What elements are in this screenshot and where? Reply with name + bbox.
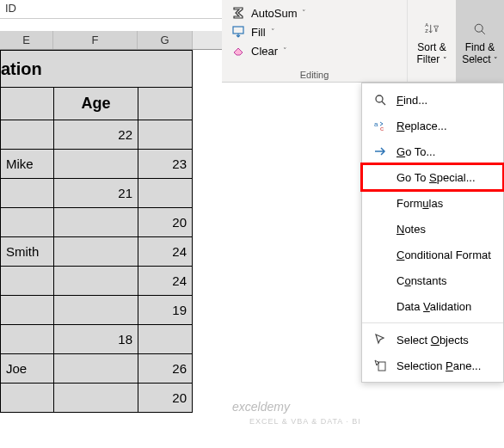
table-row: 20: [0, 208, 193, 237]
cell[interactable]: [138, 120, 193, 150]
menu-label: Formulas: [396, 197, 443, 210]
sigma-icon: [230, 5, 246, 21]
menu-goto-special[interactable]: Go To Special...: [362, 164, 503, 190]
cell[interactable]: 20: [138, 384, 193, 413]
autosum-button[interactable]: AutoSum ˅: [227, 3, 402, 22]
blank-icon: [372, 221, 388, 236]
menu-find[interactable]: Find...: [362, 87, 503, 113]
cell[interactable]: [53, 237, 138, 267]
cell[interactable]: [0, 208, 53, 237]
cell[interactable]: [53, 267, 138, 296]
fill-label: Fill: [251, 26, 266, 39]
cell[interactable]: Mike: [0, 150, 53, 179]
fill-down-icon: [230, 24, 246, 40]
column-headers: E F G: [0, 31, 222, 50]
worksheet-selection[interactable]: ation Age 22Mike232120Smith24241918Joe26…: [0, 50, 193, 413]
watermark: exceldemy: [232, 400, 290, 414]
eraser-icon: [230, 43, 246, 58]
cell[interactable]: [53, 150, 138, 179]
cell[interactable]: 22: [53, 120, 138, 150]
cell[interactable]: [0, 120, 53, 150]
cell[interactable]: [0, 296, 53, 325]
table-header-row: Age: [0, 88, 193, 120]
svg-text:Z: Z: [425, 28, 428, 33]
cell[interactable]: Smith: [0, 237, 53, 267]
find-select-button[interactable]: Find & Select ˅: [456, 0, 504, 82]
table-row: 22: [0, 120, 193, 150]
cell[interactable]: 20: [138, 208, 193, 237]
editing-commands: AutoSum ˅ Fill ˅ Clear ˅ Editing: [222, 0, 408, 82]
table-row: 24: [0, 267, 193, 296]
sort-filter-label-1: Sort &: [417, 41, 446, 53]
cell[interactable]: 21: [53, 179, 138, 208]
menu-data-validation[interactable]: Data Validation: [362, 293, 503, 319]
cell[interactable]: 19: [138, 296, 193, 325]
clear-button[interactable]: Clear ˅: [227, 41, 402, 60]
table-row: Joe26: [0, 354, 193, 384]
menu-replace[interactable]: ac Replace...: [362, 113, 503, 138]
chevron-down-icon: ˅: [283, 46, 287, 55]
menu-label: Find...: [396, 94, 427, 107]
watermark-sub: EXCEL & VBA & DATA · BI: [249, 417, 361, 426]
menu-label: Go To...: [396, 145, 435, 158]
menu-label: Data Validation: [396, 300, 471, 313]
menu-formulas[interactable]: Formulas: [362, 190, 503, 216]
magnifier-icon: [472, 17, 488, 41]
menu-constants[interactable]: Constants: [362, 267, 503, 293]
cell[interactable]: [138, 325, 193, 354]
table-row: 21: [0, 179, 193, 208]
header-cell-age[interactable]: Age: [53, 88, 138, 120]
cell[interactable]: [53, 296, 138, 325]
cell[interactable]: [138, 179, 193, 208]
sort-filter-icon: AZ: [424, 17, 439, 41]
chevron-down-icon: ˅: [271, 28, 275, 36]
svg-text:a: a: [374, 120, 378, 128]
magnifier-icon: [372, 92, 388, 107]
formula-bar[interactable]: ID: [0, 0, 222, 19]
menu-label: Replace...: [396, 120, 447, 132]
cell[interactable]: [0, 384, 53, 413]
header-cell[interactable]: [138, 88, 193, 120]
chevron-down-icon: ˅: [302, 9, 306, 17]
cell[interactable]: 24: [138, 237, 193, 267]
menu-notes[interactable]: Notes: [362, 216, 503, 242]
menu-conditional-format[interactable]: Conditional Format: [362, 242, 503, 267]
cell[interactable]: [0, 325, 53, 354]
cell[interactable]: [0, 267, 53, 296]
group-label: Editing: [300, 70, 329, 80]
cell[interactable]: Joe: [0, 354, 53, 384]
clear-label: Clear: [251, 45, 278, 58]
table-title[interactable]: ation: [0, 50, 193, 88]
svg-point-3: [475, 24, 482, 32]
fill-button[interactable]: Fill ˅: [227, 22, 402, 41]
cell[interactable]: [53, 354, 138, 384]
svg-text:A: A: [425, 22, 428, 28]
blank-icon: [372, 169, 388, 185]
svg-point-4: [376, 95, 383, 102]
cell[interactable]: [53, 208, 138, 237]
autosum-label: AutoSum: [251, 7, 297, 20]
col-header-f[interactable]: F: [53, 31, 138, 49]
cell[interactable]: [53, 384, 138, 413]
cell[interactable]: [0, 179, 53, 208]
sort-filter-button[interactable]: AZ Sort & Filter ˅: [408, 0, 456, 82]
col-header-g[interactable]: G: [138, 31, 193, 49]
blank-icon: [372, 273, 388, 288]
cell[interactable]: 23: [138, 150, 193, 179]
header-cell[interactable]: [0, 88, 53, 120]
pointer-icon: [372, 332, 388, 347]
menu-goto[interactable]: Go To...: [362, 138, 503, 164]
col-header-e[interactable]: E: [0, 31, 53, 49]
cell[interactable]: 24: [138, 267, 193, 296]
menu-label: Conditional Format: [396, 249, 491, 261]
find-select-label-2: Select ˅: [462, 53, 498, 65]
blank-icon: [372, 298, 388, 314]
svg-rect-7: [378, 362, 385, 371]
cell[interactable]: 26: [138, 354, 193, 384]
table-row: Smith24: [0, 237, 193, 267]
replace-icon: ac: [372, 118, 388, 133]
menu-select-objects[interactable]: Select Objects: [362, 327, 503, 353]
svg-text:c: c: [380, 125, 384, 132]
menu-selection-pane[interactable]: Selection Pane...: [362, 353, 503, 378]
cell[interactable]: 18: [53, 325, 138, 354]
